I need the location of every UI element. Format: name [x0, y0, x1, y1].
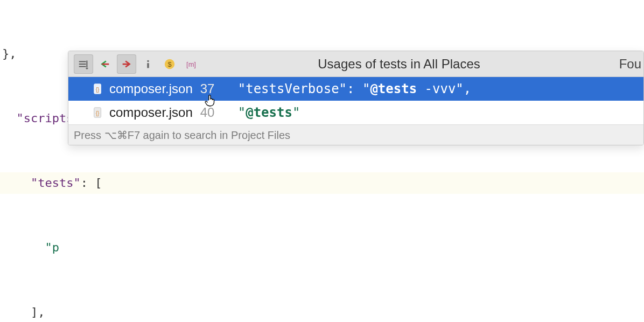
- svg-marker-3: [87, 60, 88, 67]
- usage-file: composer.json: [109, 81, 193, 96]
- next-occurrence-icon: [121, 58, 132, 70]
- prev-occurrence-icon: [99, 58, 111, 70]
- svg-rect-2: [79, 66, 86, 67]
- svg-text:[m]: [m]: [186, 60, 196, 68]
- settings-icon: [78, 58, 89, 70]
- brackets-icon: [m]: [185, 58, 197, 70]
- find-usages-popup: $ [m] Usages of tests in All Places Fou …: [68, 51, 644, 145]
- usage-preview: "testsVerbose": "@tests -vvv",: [238, 81, 472, 96]
- svg-marker-4: [86, 68, 89, 69]
- usage-line: 37: [200, 81, 222, 96]
- json-key: "tests": [31, 176, 81, 190]
- brace: },: [2, 47, 17, 60]
- popup-toolbar: $ [m]: [68, 54, 201, 74]
- json-file-icon: {}: [90, 83, 106, 95]
- usage-line: 40: [200, 105, 222, 120]
- usage-row[interactable]: {} composer.json 40 "@tests": [68, 101, 643, 124]
- found-label: Fou: [619, 57, 643, 72]
- svg-rect-6: [147, 63, 149, 68]
- code-editor: }, "scripts": { "tests": [ "p ], "tes "p…: [0, 0, 644, 322]
- popup-hint-text: Press ⌥⌘F7 again to search in Project Fi…: [74, 129, 290, 142]
- next-occurrence-button[interactable]: [117, 54, 136, 74]
- json-string: "p: [45, 241, 59, 254]
- popup-header: $ [m] Usages of tests in All Places Fou: [68, 51, 643, 77]
- popup-hint: Press ⌥⌘F7 again to search in Project Fi…: [68, 124, 643, 145]
- brackets-button[interactable]: [m]: [181, 54, 201, 74]
- punct: ],: [31, 305, 45, 319]
- svg-rect-0: [79, 61, 86, 62]
- usage-row[interactable]: {} composer.json 37 "testsVerbose": "@te…: [68, 77, 643, 101]
- json-file-icon: {}: [90, 107, 106, 118]
- usage-preview: "@tests": [238, 105, 300, 120]
- info-button[interactable]: [138, 54, 158, 74]
- svg-text:{}: {}: [96, 87, 100, 93]
- info-icon: [142, 58, 154, 70]
- svg-text:{}: {}: [96, 110, 100, 116]
- usage-file: composer.json: [109, 105, 193, 120]
- popup-title: Usages of tests in All Places: [318, 57, 480, 72]
- punct: : [: [81, 176, 102, 190]
- svg-point-5: [147, 60, 149, 62]
- svg-rect-1: [79, 64, 86, 65]
- prev-occurrence-button[interactable]: [95, 54, 115, 74]
- svg-text:$: $: [167, 60, 171, 68]
- dollar-button[interactable]: $: [160, 54, 179, 74]
- usages-list: {} composer.json 37 "testsVerbose": "@te…: [68, 77, 643, 124]
- settings-button[interactable]: [74, 54, 93, 74]
- dollar-icon: $: [164, 58, 176, 70]
